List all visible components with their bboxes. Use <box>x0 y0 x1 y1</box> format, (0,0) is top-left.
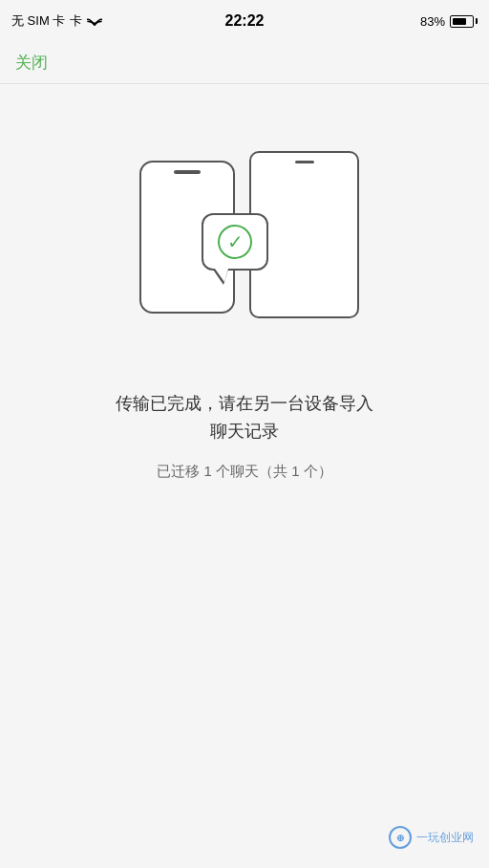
transfer-illustration: ✓ <box>120 141 369 352</box>
battery-percent: 83% <box>420 14 445 29</box>
status-right: 83% <box>420 14 478 29</box>
watermark: ⊕ 一玩创业网 <box>389 826 474 849</box>
carrier-label: 无 SIM 卡 <box>11 12 65 30</box>
main-message: 传输已完成，请在另一台设备导入聊天记录 <box>116 390 373 445</box>
nav-bar: 关闭 <box>0 42 489 84</box>
sim-card-label: 卡 <box>70 12 82 30</box>
check-circle: ✓ <box>218 225 252 259</box>
check-icon: ✓ <box>227 232 244 251</box>
watermark-logo: ⊕ <box>389 826 412 849</box>
watermark-text: 一玩创业网 <box>416 830 474 846</box>
wifi-icon <box>87 15 102 27</box>
success-bubble: ✓ <box>202 213 268 271</box>
status-left: 无 SIM 卡 卡 <box>11 12 102 30</box>
status-time: 22:22 <box>225 12 265 30</box>
close-button[interactable]: 关闭 <box>15 52 48 74</box>
main-content: ✓ 传输已完成，请在另一台设备导入聊天记录 已迁移 1 个聊天（共 1 个） <box>0 84 489 482</box>
battery-icon <box>450 15 478 28</box>
text-section: 传输已完成，请在另一台设备导入聊天记录 已迁移 1 个聊天（共 1 个） <box>77 390 412 482</box>
sub-message: 已迁移 1 个聊天（共 1 个） <box>116 461 373 483</box>
status-bar: 无 SIM 卡 卡 22:22 83% <box>0 0 489 42</box>
